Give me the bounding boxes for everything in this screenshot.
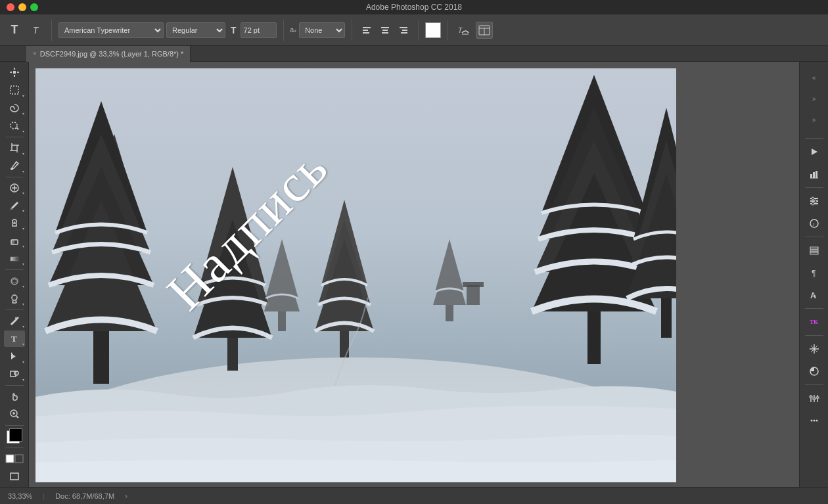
- svg-marker-15: [13, 76, 15, 78]
- background-swatch[interactable]: [9, 428, 22, 442]
- font-name-select[interactable]: American Typewriter: [58, 22, 164, 38]
- panel-divider-2: [805, 187, 823, 188]
- text-tool-button[interactable]: T: [5, 21, 24, 39]
- svg-rect-7: [402, 30, 407, 31]
- aa-label: aₐ: [290, 26, 297, 34]
- path-select-button[interactable]: ▾: [4, 348, 25, 365]
- svg-rect-6: [400, 27, 407, 28]
- dodge-icon: [9, 294, 20, 304]
- expand-panel-button[interactable]: »: [804, 88, 825, 109]
- play-actions-button[interactable]: [804, 141, 825, 162]
- toggle-char-panel-button[interactable]: [476, 22, 493, 39]
- aa-group: aₐ None: [290, 22, 346, 38]
- tab-close-icon[interactable]: ×: [33, 50, 37, 57]
- tool-arrow: ▾: [22, 169, 24, 173]
- svg-rect-4: [382, 30, 388, 31]
- svg-rect-53: [15, 455, 23, 463]
- blur-button[interactable]: ▾: [4, 273, 25, 289]
- text-tool-active-button[interactable]: T ▾: [4, 331, 25, 347]
- svg-point-103: [812, 202, 814, 205]
- align-center-button[interactable]: [377, 22, 393, 38]
- toolbar-divider-1: [51, 20, 52, 41]
- paragraph-panel-button[interactable]: ¶: [804, 262, 825, 283]
- adjustments-button[interactable]: [804, 361, 825, 382]
- svg-point-125: [816, 420, 817, 422]
- app-title: Adobe Photoshop CC 2018: [366, 3, 462, 12]
- tool-arrow: ▾: [22, 342, 24, 346]
- align-left-button[interactable]: [359, 22, 375, 38]
- sparkle-button[interactable]: [804, 338, 825, 359]
- shapes-icon: [9, 369, 20, 379]
- character-styles-button[interactable]: A I: [804, 285, 825, 306]
- panel-options-button[interactable]: »: [804, 109, 825, 130]
- gradient-button[interactable]: ▾: [4, 250, 25, 267]
- move-tool-button[interactable]: [4, 64, 25, 81]
- align-right-button[interactable]: [396, 22, 411, 38]
- eraser-button[interactable]: ▾: [4, 233, 25, 249]
- lasso-tool-button[interactable]: ▾: [4, 100, 25, 116]
- window-controls[interactable]: [7, 3, 38, 11]
- quick-mask-icon: [5, 453, 24, 464]
- stamp-button[interactable]: ▾: [4, 215, 25, 231]
- brush-settings-button[interactable]: [804, 388, 825, 409]
- healing-brush-button[interactable]: ▾: [4, 179, 25, 196]
- doc-tab-bar: × DSCF2949.jpg @ 33,3% (Layer 1, RGB/8*)…: [0, 46, 828, 62]
- svg-rect-106: [810, 247, 818, 249]
- tool-arrow: ▾: [22, 208, 24, 213]
- svg-point-31: [11, 208, 12, 210]
- svg-rect-18: [13, 71, 16, 74]
- pen-button[interactable]: ▾: [4, 313, 25, 329]
- zoom-button[interactable]: [4, 406, 25, 423]
- svg-rect-108: [810, 252, 818, 254]
- svg-rect-5: [382, 32, 388, 34]
- fg-bg-swatch[interactable]: [4, 428, 25, 444]
- panel-divider-5: [805, 335, 823, 336]
- eyedropper-button[interactable]: ▾: [4, 158, 25, 174]
- toolbar: T T American Typewriter Regular T aₐ Non…: [0, 14, 828, 46]
- svg-rect-84: [661, 298, 672, 338]
- brush-settings-icon: [809, 393, 819, 403]
- maximize-button[interactable]: [30, 3, 38, 11]
- quick-select-button[interactable]: ▾: [4, 118, 25, 134]
- histogram-button[interactable]: [804, 164, 825, 185]
- warp-text-button[interactable]: T: [455, 22, 472, 39]
- text-tool-icon: T: [9, 333, 20, 344]
- close-button[interactable]: [7, 3, 14, 11]
- doc-tab[interactable]: × DSCF2949.jpg @ 33,3% (Layer 1, RGB/8*)…: [26, 46, 191, 62]
- properties-panel-button[interactable]: i: [804, 213, 825, 234]
- edit-mode-button[interactable]: [4, 450, 25, 467]
- dodge-button[interactable]: ▾: [4, 290, 25, 307]
- panel-controls: « » »: [804, 64, 825, 133]
- svg-point-101: [812, 197, 814, 200]
- tool-arrow: ▾: [22, 244, 24, 248]
- anti-alias-select[interactable]: None: [299, 22, 345, 38]
- panel-divider-6: [805, 384, 823, 385]
- more-button[interactable]: [804, 410, 825, 431]
- minimize-button[interactable]: [18, 3, 26, 11]
- glyphs-button[interactable]: TK: [804, 311, 825, 332]
- canvas-container[interactable]: Надпись: [29, 62, 799, 487]
- svg-point-43: [15, 317, 17, 319]
- status-arrow-button[interactable]: ›: [125, 492, 127, 501]
- brush-icon: [9, 200, 20, 211]
- text-transform-button[interactable]: T: [26, 21, 45, 39]
- tools-divider-3: [5, 269, 24, 270]
- text-color-swatch[interactable]: [425, 22, 441, 38]
- pen-icon: [9, 315, 20, 326]
- options-panel-button[interactable]: [804, 191, 825, 212]
- marquee-tool-button[interactable]: ▾: [4, 82, 25, 99]
- crop-tool-button[interactable]: ▾: [4, 140, 25, 156]
- layers-panel-button[interactable]: [804, 240, 825, 261]
- font-style-select[interactable]: Regular: [166, 22, 225, 38]
- sparkle-icon: [809, 344, 819, 354]
- screen-mode-button[interactable]: [4, 468, 25, 484]
- font-size-input[interactable]: [241, 22, 277, 38]
- shapes-button[interactable]: ▾: [4, 366, 25, 382]
- hand-button[interactable]: [4, 388, 25, 405]
- collapse-panel-button[interactable]: «: [804, 67, 825, 88]
- brush-button[interactable]: ▾: [4, 197, 25, 214]
- svg-rect-54: [11, 473, 18, 480]
- svg-rect-71: [227, 338, 238, 371]
- path-select-icon: [9, 351, 20, 361]
- svg-rect-122: [816, 397, 819, 398]
